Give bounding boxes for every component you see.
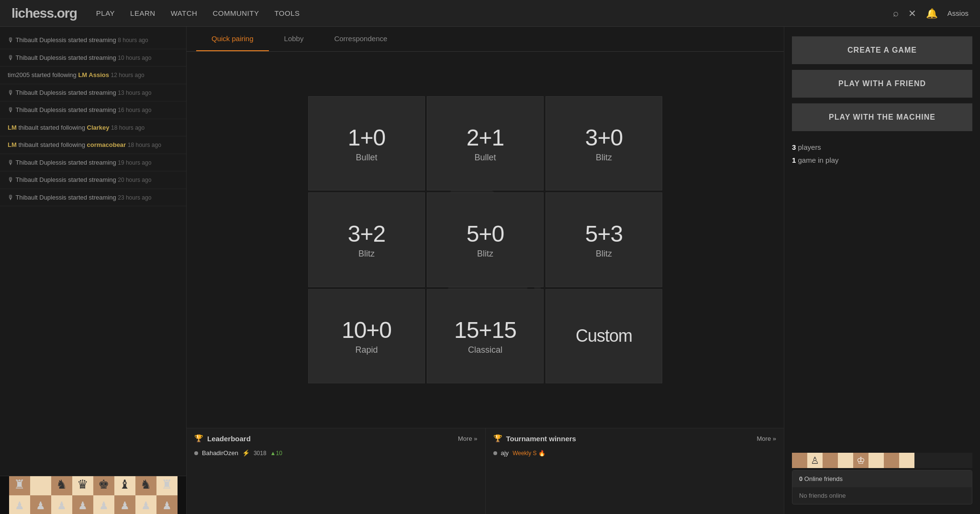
- nav-learn[interactable]: LEARN: [130, 9, 156, 17]
- list-item: 🎙 Thibault Duplessis started streaming 2…: [0, 189, 186, 207]
- game-time-label: 5+3: [585, 221, 623, 247]
- leaderboard-more[interactable]: More »: [458, 435, 477, 442]
- list-item: LM thibault started following cormacobea…: [0, 136, 186, 154]
- game-mode-bullet-2[interactable]: 2+1 Bullet: [427, 96, 544, 190]
- stream-icon: 🎙: [8, 159, 15, 166]
- list-item: 🎙 Thibault Duplessis started streaming 1…: [0, 101, 186, 119]
- tab-bar: Quick pairing Lobby Correspondence: [187, 27, 784, 52]
- game-mode-blitz-4[interactable]: 5+3 Blitz: [546, 192, 662, 287]
- board-cell: ♞: [51, 476, 72, 495]
- board-cell: ♙: [807, 453, 823, 468]
- game-type-label: Blitz: [596, 249, 612, 259]
- notification-icon[interactable]: 🔔: [926, 8, 938, 19]
- online-indicator: [194, 451, 198, 455]
- left-sidebar: 🎙 Thibault Duplessis started streaming 8…: [0, 27, 187, 514]
- board-cell: [884, 453, 899, 468]
- list-item: 🎙 Thibault Duplessis started streaming 2…: [0, 171, 186, 189]
- nav-tools[interactable]: TOOLS: [274, 9, 300, 17]
- game-mode-rapid[interactable]: 10+0 Rapid: [308, 289, 425, 383]
- list-item: 🎙 Thibault Duplessis started streaming 1…: [0, 154, 186, 172]
- tournament-more[interactable]: More »: [757, 435, 776, 442]
- nav-community[interactable]: COMMUNITY: [212, 9, 259, 17]
- player-username[interactable]: BahadirOzen: [202, 449, 238, 457]
- board-cell: ♟: [114, 495, 135, 514]
- game-time-label: 15+15: [454, 317, 516, 343]
- list-item: 🎙 Thibault Duplessis started streaming 1…: [0, 84, 186, 102]
- username-button[interactable]: Assios: [947, 9, 969, 17]
- board-cell: [869, 453, 884, 468]
- board-cell: ♟: [9, 495, 30, 514]
- nav-right-area: ⌕ ✕ 🔔 Assios: [893, 8, 969, 19]
- list-item: BahadirOzen ⚡ 3018 ▲10: [194, 447, 478, 458]
- list-item: tim2005 started following LM Assios 12 h…: [0, 67, 186, 84]
- tab-quick-pairing[interactable]: Quick pairing: [196, 27, 269, 51]
- stream-icon: 🎙: [8, 54, 15, 61]
- board-cell: ♟: [156, 495, 178, 514]
- nav-play[interactable]: PLAY: [96, 9, 115, 17]
- board-cell: ♔: [853, 453, 869, 468]
- trophy-icon: 🏆: [194, 434, 203, 443]
- chess-board-preview-left: ♜ ♞ ♛ ♚ ♝ ♞ ♜ ♟ ♟ ♟ ♟ ♟ ♟ ♟ ♟: [0, 476, 186, 514]
- game-grid-wrapper: ♞ 1+0 Bullet 2+1 Bullet 3+0 Blitz 3+2 Bl…: [187, 52, 784, 428]
- activity-feed: 🎙 Thibault Duplessis started streaming 8…: [0, 27, 186, 476]
- game-type-label: Blitz: [358, 249, 375, 259]
- game-type-label: Classical: [468, 345, 502, 355]
- game-time-label: 1+0: [348, 124, 385, 151]
- main-layout: 🎙 Thibault Duplessis started streaming 8…: [0, 27, 980, 514]
- game-mode-blitz-1[interactable]: 3+0 Blitz: [546, 96, 662, 190]
- game-time-label: Custom: [576, 326, 632, 346]
- board-cell: ♟: [30, 495, 51, 514]
- winner-username[interactable]: ajy: [501, 449, 509, 457]
- game-mode-bullet-1[interactable]: 1+0 Bullet: [308, 96, 425, 190]
- play-with-friend-button[interactable]: PLAY WITH A FRIEND: [792, 70, 972, 98]
- game-type-label: Blitz: [477, 249, 493, 259]
- board-cell: ♟: [72, 495, 93, 514]
- board-cell: ♟: [135, 495, 156, 514]
- close-icon[interactable]: ✕: [908, 8, 916, 19]
- search-icon[interactable]: ⌕: [893, 8, 899, 19]
- tournament-name[interactable]: Weekly S 🔥: [512, 450, 546, 457]
- online-friends-panel: 0 Online friends No friends online: [792, 470, 972, 504]
- board-cell: ♝: [114, 476, 135, 495]
- list-item: ajy Weekly S 🔥: [493, 447, 777, 458]
- game-mode-classical[interactable]: 15+15 Classical: [427, 289, 544, 383]
- game-type-label: Rapid: [355, 345, 378, 355]
- play-with-machine-button[interactable]: PLAY WITH THE MACHINE: [792, 103, 972, 131]
- board-cell: ♚: [93, 476, 114, 495]
- board-cell: ♟: [51, 495, 72, 514]
- game-mode-blitz-3[interactable]: 5+0 Blitz: [427, 192, 544, 287]
- stream-icon: 🎙: [8, 106, 15, 113]
- board-cell: ♞: [135, 476, 156, 495]
- board-cell: [792, 453, 807, 468]
- right-sidebar: CREATE A GAME PLAY WITH A FRIEND PLAY WI…: [784, 27, 980, 514]
- game-mode-grid: 1+0 Bullet 2+1 Bullet 3+0 Blitz 3+2 Blit…: [308, 96, 662, 383]
- stream-icon: 🎙: [8, 36, 15, 44]
- games-stat: 1 game in play: [792, 154, 972, 167]
- leaderboard-panel: 🏆 Leaderboard More » BahadirOzen ⚡ 3018 …: [187, 428, 486, 514]
- board-cell: [823, 453, 838, 468]
- right-spacer: [792, 172, 972, 447]
- tournament-header: 🏆 Tournament winners More »: [493, 434, 777, 443]
- list-item: 🎙 Thibault Duplessis started streaming 1…: [0, 49, 186, 67]
- stream-icon: 🎙: [8, 89, 15, 96]
- right-bottom-area: ♙ ♔ 0 Online friends: [792, 453, 972, 504]
- online-indicator: [493, 451, 497, 455]
- board-cell: [838, 453, 853, 468]
- site-logo[interactable]: lichess.org: [11, 6, 77, 21]
- game-mode-blitz-2[interactable]: 3+2 Blitz: [308, 192, 425, 287]
- board-cell: [899, 453, 914, 468]
- create-game-button[interactable]: CREATE A GAME: [792, 36, 972, 64]
- tab-lobby[interactable]: Lobby: [269, 27, 319, 51]
- tab-correspondence[interactable]: Correspondence: [319, 27, 402, 51]
- nav-watch[interactable]: WATCH: [171, 9, 198, 17]
- rating-gain: ▲10: [270, 450, 282, 457]
- top-navigation: lichess.org PLAY LEARN WATCH COMMUNITY T…: [0, 0, 980, 27]
- game-type-label: Bullet: [474, 153, 496, 163]
- player-rating: 3018: [254, 450, 267, 457]
- tournament-panel: 🏆 Tournament winners More » ajy Weekly S…: [486, 428, 784, 514]
- board-cell: [30, 476, 51, 495]
- board-cell: ♜: [156, 476, 178, 495]
- leaderboard-title: 🏆 Leaderboard: [194, 434, 251, 443]
- game-time-label: 10+0: [342, 317, 391, 343]
- game-mode-custom[interactable]: Custom: [546, 289, 662, 383]
